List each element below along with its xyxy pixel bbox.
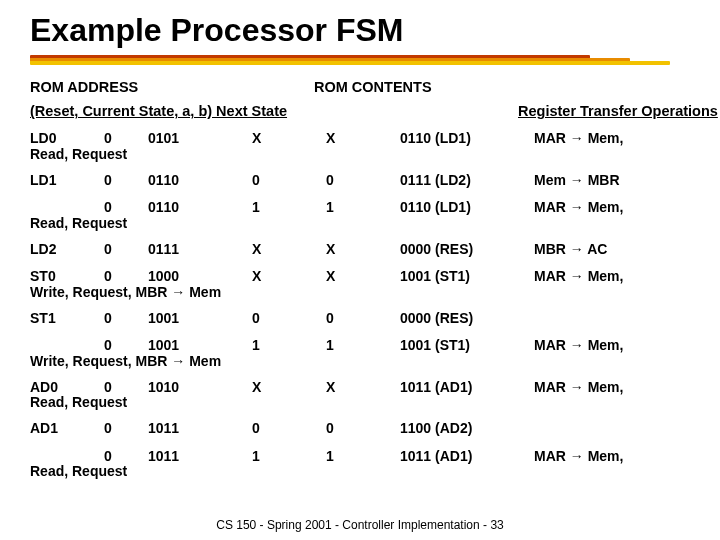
table-row: AD101011001100 (AD2)	[30, 420, 690, 438]
rom-address-header: ROM ADDRESS	[30, 78, 310, 96]
table-cell: 0	[326, 420, 396, 438]
table-row-subtext: Read, Request	[30, 146, 690, 162]
table-cell: 1011 (AD1)	[400, 448, 530, 466]
table-cell: 0	[104, 172, 144, 190]
table-row: LD100110000111 (LD2)Mem → MBR	[30, 172, 690, 190]
table-cell: ST1	[30, 310, 100, 328]
column-header: (Reset, Current State, a, b) Next State …	[30, 102, 690, 120]
table-cell: 0	[326, 310, 396, 328]
table-cell: 0000 (RES)	[400, 241, 530, 259]
table-cell: 0101	[148, 130, 248, 148]
table-body: LD000101XX0110 (LD1)MAR → Mem,Read, Requ…	[30, 130, 690, 479]
table-cell: 1011	[148, 448, 248, 466]
slide: Example Processor FSM ROM ADDRESS ROM CO…	[0, 0, 720, 540]
table-row-subtext: Write, Request, MBR → Mem	[30, 284, 690, 300]
table-cell: 1010	[148, 379, 248, 397]
table-cell: X	[252, 379, 322, 397]
slide-footer: CS 150 - Spring 2001 - Controller Implem…	[0, 518, 720, 532]
register-op-cell: MAR → Mem,	[534, 448, 704, 466]
table-cell: X	[252, 241, 322, 259]
table-cell: LD2	[30, 241, 100, 259]
table-cell: 0110	[148, 172, 248, 190]
table-cell: 0	[326, 172, 396, 190]
table-cell: 0000 (RES)	[400, 310, 530, 328]
table-cell: 1	[326, 337, 396, 355]
register-op-cell: Mem → MBR	[534, 172, 704, 190]
table-cell: 0	[252, 172, 322, 190]
table-cell: X	[326, 241, 396, 259]
table-cell: 0110 (LD1)	[400, 199, 530, 217]
register-op-cell: MAR → Mem,	[534, 379, 704, 397]
register-op-cell: MAR → Mem,	[534, 268, 704, 286]
table-row-subtext: Read, Request	[30, 463, 690, 479]
state-cols-header: (Reset, Current State, a, b) Next State	[30, 102, 380, 120]
page-title: Example Processor FSM	[30, 12, 690, 49]
table-cell: 1011	[148, 420, 248, 438]
rom-contents-header: ROM CONTENTS	[314, 78, 684, 96]
table-cell: 0111 (LD2)	[400, 172, 530, 190]
table-row: 00110110110 (LD1)MAR → Mem,	[30, 199, 690, 217]
table-cell: 0111	[148, 241, 248, 259]
table-cell: X	[252, 268, 322, 286]
table-cell: 0110 (LD1)	[400, 130, 530, 148]
table-row-subtext: Read, Request	[30, 215, 690, 231]
register-op-cell: MAR → Mem,	[534, 130, 704, 148]
table-cell: AD1	[30, 420, 100, 438]
table-cell: 1001	[148, 310, 248, 328]
register-op-cell: MAR → Mem,	[534, 337, 704, 355]
table-cell: 1011 (AD1)	[400, 379, 530, 397]
register-op-cell	[534, 310, 704, 328]
table-cell: 0	[252, 420, 322, 438]
table-cell: X	[326, 268, 396, 286]
table-row: ST101001000000 (RES)	[30, 310, 690, 328]
register-op-cell: MAR → Mem,	[534, 199, 704, 217]
table-cell: X	[326, 130, 396, 148]
table-cell: 1	[326, 199, 396, 217]
table-cell: 1100 (AD2)	[400, 420, 530, 438]
table-cell: 1001 (ST1)	[400, 337, 530, 355]
table-cell: 1	[326, 448, 396, 466]
table-cell: 0	[104, 310, 144, 328]
title-underline	[30, 55, 690, 68]
table-cell: LD1	[30, 172, 100, 190]
table-cell: 1	[252, 199, 322, 217]
register-op-cell: MBR → AC	[534, 241, 704, 259]
mid-header	[384, 102, 514, 120]
table-row: LD000101XX0110 (LD1)MAR → Mem,	[30, 130, 690, 148]
table-cell: 1001 (ST1)	[400, 268, 530, 286]
table-cell: 0	[104, 420, 144, 438]
table-cell: 0	[104, 241, 144, 259]
table-cell: 0	[252, 310, 322, 328]
register-op-cell	[534, 420, 704, 438]
column-group-header: ROM ADDRESS ROM CONTENTS	[30, 78, 690, 96]
table-cell: 0110	[148, 199, 248, 217]
table-cell: X	[326, 379, 396, 397]
table-row: AD001010XX1011 (AD1)MAR → Mem,	[30, 379, 690, 397]
table-cell: 1	[252, 448, 322, 466]
table-row: LD200111XX0000 (RES)MBR → AC	[30, 241, 690, 259]
table-row: 01011111011 (AD1)MAR → Mem,	[30, 448, 690, 466]
table-cell: 1	[252, 337, 322, 355]
table-row-subtext: Write, Request, MBR → Mem	[30, 353, 690, 369]
table-cell: X	[252, 130, 322, 148]
table-row-subtext: Read, Request	[30, 394, 690, 410]
register-ops-header: Register Transfer Operations	[518, 102, 688, 120]
